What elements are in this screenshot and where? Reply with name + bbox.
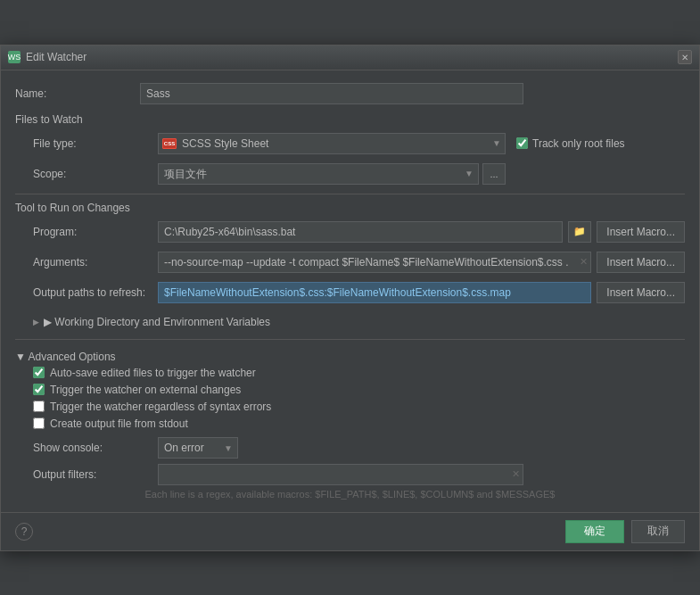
titlebar: WS Edit Watcher ✕ <box>1 45 699 70</box>
working-dir-label: ▶ Working Directory and Environment Vari… <box>44 316 270 328</box>
app-icon: WS <box>8 51 21 63</box>
output-filters-input[interactable] <box>158 464 523 485</box>
create-output-label: Create output file from stdout <box>50 417 188 430</box>
dialog-content: Name: Files to Watch File type: CSS SCSS… <box>1 70 699 512</box>
scope-controls: 项目文件 ▼ ... <box>158 163 506 185</box>
advanced-checkboxes: Auto-save edited files to trigger the wa… <box>15 367 685 430</box>
output-paths-input[interactable] <box>158 282 591 303</box>
create-output-row[interactable]: Create output file from stdout <box>33 417 685 430</box>
scope-row: Scope: 项目文件 ▼ ... <box>33 163 685 185</box>
name-input[interactable] <box>140 83 523 104</box>
arguments-controls: ✕ Insert Macro... <box>158 252 685 273</box>
tool-section-label: Tool to Run on Changes <box>15 202 685 214</box>
show-console-row: Show console: Always On error Never ▼ <box>15 437 685 459</box>
folder-icon: 📁 <box>573 226 586 237</box>
scope-browse-button[interactable]: ... <box>482 163 506 185</box>
working-dir-header[interactable]: ▶ ▶ Working Directory and Environment Va… <box>33 312 685 332</box>
output-paths-row: Output paths to refresh: Insert Macro... <box>33 282 685 303</box>
ok-button[interactable]: 确定 <box>565 520 624 543</box>
program-browse-button[interactable]: 📁 <box>568 221 591 243</box>
window-title: Edit Watcher <box>26 51 86 63</box>
advanced-label: ▼ Advanced Options <box>15 351 116 363</box>
console-select[interactable]: Always On error Never <box>158 437 238 459</box>
trigger-syntax-checkbox[interactable] <box>33 401 45 412</box>
auto-save-label: Auto-save edited files to trigger the wa… <box>50 367 256 379</box>
filetype-arrow: ▼ <box>492 138 501 148</box>
trigger-syntax-row[interactable]: Trigger the watcher regardless of syntax… <box>33 401 685 413</box>
files-section-indent: File type: CSS SCSS Style Sheet ▼ Track … <box>15 133 685 185</box>
tool-section-indent: Program: 📁 Insert Macro... Arguments: ✕ <box>15 221 685 332</box>
track-root-label: Track only root files <box>532 137 625 150</box>
help-button[interactable]: ? <box>15 523 33 541</box>
advanced-header[interactable]: ▼ Advanced Options <box>15 347 685 367</box>
file-type-select-wrapper[interactable]: CSS SCSS Style Sheet ▼ <box>158 133 506 154</box>
program-insert-macro-button[interactable]: Insert Macro... <box>597 221 685 243</box>
output-filters-clear-button[interactable]: ✕ <box>512 468 520 480</box>
program-row: Program: 📁 Insert Macro... <box>33 221 685 243</box>
track-root-wrapper: Track only root files <box>516 137 625 150</box>
output-paths-controls: Insert Macro... <box>158 282 685 303</box>
output-filters-label: Output filters: <box>33 468 158 481</box>
name-row: Name: <box>15 83 685 104</box>
close-button[interactable]: ✕ <box>678 50 692 64</box>
output-paths-label: Output paths to refresh: <box>33 286 158 299</box>
name-label: Name: <box>15 87 140 100</box>
cancel-button[interactable]: 取消 <box>631 520 685 543</box>
auto-save-row[interactable]: Auto-save edited files to trigger the wa… <box>33 367 685 379</box>
trigger-external-checkbox[interactable] <box>33 384 45 395</box>
footer-buttons: 确定 取消 <box>565 520 685 543</box>
arguments-input[interactable] <box>158 252 591 273</box>
files-to-watch-section: Files to Watch <box>15 113 685 126</box>
titlebar-left: WS Edit Watcher <box>8 51 86 63</box>
working-dir-triangle: ▶ <box>33 318 39 326</box>
program-label: Program: <box>33 226 158 238</box>
track-root-checkbox[interactable] <box>516 137 528 149</box>
output-paths-insert-macro-button[interactable]: Insert Macro... <box>597 282 685 303</box>
program-controls: 📁 Insert Macro... <box>158 221 685 243</box>
create-output-checkbox[interactable] <box>33 417 45 429</box>
trigger-syntax-label: Trigger the watcher regardless of syntax… <box>50 401 271 413</box>
output-filters-input-wrapper: ✕ <box>158 464 523 485</box>
arguments-row: Arguments: ✕ Insert Macro... <box>33 252 685 273</box>
show-console-label: Show console: <box>33 442 158 454</box>
output-filters-row: Output filters: ✕ <box>15 464 685 485</box>
console-select-wrapper: Always On error Never ▼ <box>158 437 238 459</box>
scope-select[interactable]: 项目文件 <box>158 163 479 185</box>
advanced-section: ▼ Advanced Options Auto-save edited file… <box>15 347 685 500</box>
trigger-external-row[interactable]: Trigger the watcher on external changes <box>33 384 685 396</box>
auto-save-checkbox[interactable] <box>33 367 45 378</box>
file-type-row: File type: CSS SCSS Style Sheet ▼ Track … <box>33 133 685 154</box>
file-type-label: File type: <box>33 137 158 150</box>
program-input[interactable] <box>158 221 563 243</box>
filetype-value: SCSS Style Sheet <box>182 137 489 150</box>
trigger-external-label: Trigger the watcher on external changes <box>50 384 241 396</box>
scope-select-wrapper: 项目文件 ▼ <box>158 163 479 185</box>
filetype-icon: CSS <box>162 138 177 149</box>
arguments-insert-macro-button[interactable]: Insert Macro... <box>597 252 685 273</box>
arguments-clear-button[interactable]: ✕ <box>580 256 588 268</box>
dialog-footer: ? 确定 取消 <box>1 512 699 550</box>
edit-watcher-dialog: WS Edit Watcher ✕ Name: Files to Watch F… <box>0 45 700 551</box>
scope-label: Scope: <box>33 168 158 180</box>
hint-text: Each line is a regex, available macros: … <box>15 489 685 500</box>
arguments-label: Arguments: <box>33 256 158 269</box>
arguments-input-wrapper: ✕ <box>158 252 591 273</box>
